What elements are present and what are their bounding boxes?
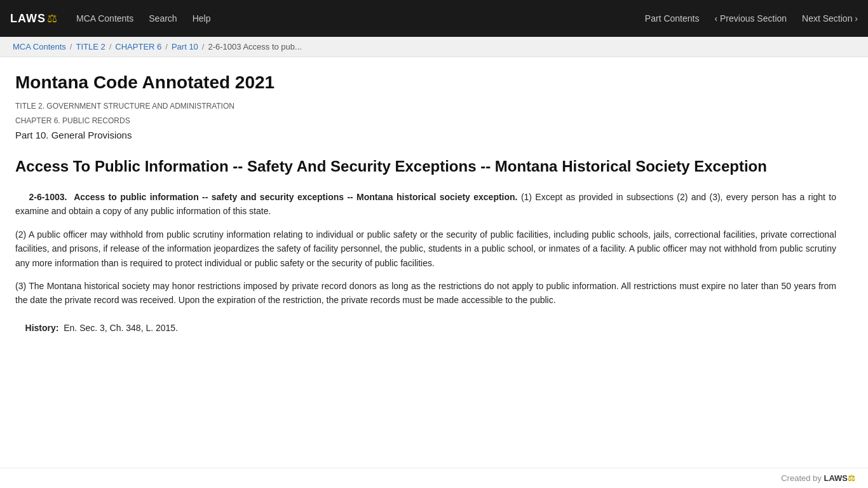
paragraph-3: (3) The Montana historical society may h…: [15, 279, 836, 308]
prev-section-link[interactable]: ‹ Previous Section: [714, 13, 787, 24]
breadcrumb-title2[interactable]: TITLE 2: [76, 42, 105, 51]
next-section-link[interactable]: Next Section ›: [802, 13, 858, 24]
paragraph-intro: 2-6-1003. Access to public information -…: [15, 190, 836, 219]
nav-search[interactable]: Search: [149, 13, 177, 24]
breadcrumb-sep-4: /: [202, 42, 205, 51]
footer-icon: ⚖: [848, 473, 855, 483]
subtitle-line2: CHAPTER 6. PUBLIC RECORDS: [15, 115, 836, 127]
breadcrumb-sep-3: /: [165, 42, 168, 51]
nav-mca-contents[interactable]: MCA Contents: [76, 13, 133, 24]
breadcrumb-mca-contents[interactable]: MCA Contents: [13, 42, 66, 51]
top-navigation: LAWS⚖ MCA Contents Search Help Part Cont…: [0, 0, 868, 37]
section-heading: Access To Public Information -- Safety A…: [15, 156, 836, 177]
document-part: Part 10. General Provisions: [15, 130, 836, 140]
document-title: Montana Code Annotated 2021: [15, 72, 836, 93]
footer: Created by LAWS⚖: [0, 468, 868, 488]
logo-text: LAWS: [10, 12, 46, 25]
breadcrumb: MCA Contents / TITLE 2 / CHAPTER 6 / Par…: [0, 37, 868, 57]
breadcrumb-sep-2: /: [109, 42, 112, 51]
logo-icon: ⚖: [47, 11, 57, 25]
history-label: History:: [25, 323, 59, 333]
section-number: 2-6-1003.: [29, 192, 67, 202]
history-block: History: En. Sec. 3, Ch. 348, L. 2015.: [15, 323, 836, 333]
breadcrumb-part10[interactable]: Part 10: [172, 42, 198, 51]
history-text: En. Sec. 3, Ch. 348, L. 2015.: [64, 323, 178, 333]
nav-right: Part Contents ‹ Previous Section Next Se…: [645, 13, 858, 24]
nav-help[interactable]: Help: [193, 13, 211, 24]
logo[interactable]: LAWS⚖: [10, 11, 57, 25]
breadcrumb-sep-1: /: [70, 42, 72, 51]
breadcrumb-current: 2-6-1003 Access to pub...: [208, 42, 301, 51]
breadcrumb-chapter6[interactable]: CHAPTER 6: [115, 42, 161, 51]
footer-text: Created by: [781, 473, 822, 483]
main-content: Montana Code Annotated 2021 TITLE 2. GOV…: [0, 57, 851, 358]
footer-logo: LAWS⚖: [824, 473, 855, 483]
paragraph-2: (2) A public officer may withhold from p…: [15, 227, 836, 270]
section-bold-intro: Access to public information -- safety a…: [74, 192, 517, 202]
section-body: 2-6-1003. Access to public information -…: [15, 190, 836, 308]
nav-links: MCA Contents Search Help: [76, 13, 645, 24]
subtitle-line1: TITLE 2. GOVERNMENT STRUCTURE AND ADMINI…: [15, 100, 836, 112]
part-contents-link[interactable]: Part Contents: [645, 13, 700, 24]
